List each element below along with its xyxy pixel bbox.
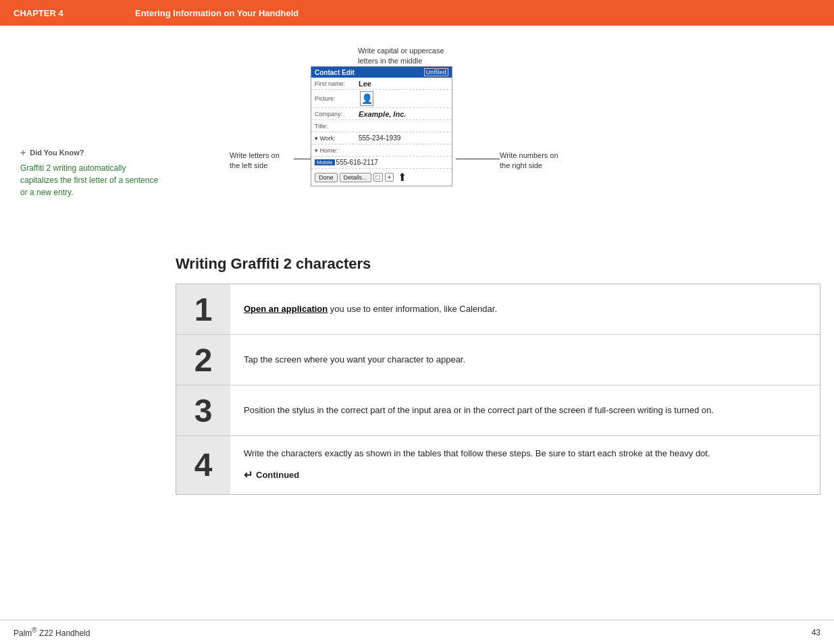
step-row-1: 1 Open an application you use to enter i… [176,284,820,335]
first-name-field: First name: Lee [311,78,452,90]
left-annotation: Write letters on the left side [230,151,280,171]
first-name-label: First name: [315,80,359,87]
diagram-area: Write capital or uppercase letters in th… [176,46,820,235]
step-number-1: 1 [176,284,230,334]
contact-footer: Done Details... □ + ⬆ [311,169,452,186]
picture-label: Picture: [315,95,359,102]
mobile-value: 555-616-2117 [336,159,378,166]
first-name-value: Lee [359,80,371,88]
contact-edit-title: Contact Edit [315,69,355,76]
step-content-1: Open an application you use to enter inf… [230,284,820,334]
right-annotation: Write numbers on the right side [500,151,558,171]
step-row-4: 4 Write the characters exactly as shown … [176,436,820,494]
step-3-text: Position the stylus in the correct part … [244,404,714,417]
chapter-label: CHAPTER 4 [14,8,135,18]
title-field: Title: [311,120,452,132]
footer-brand: Palm® Z22 Handheld [14,626,90,638]
contact-edit-header: Contact Edit Unfiled [311,67,452,78]
dyk-title: Did You Know? [30,149,84,157]
details-button[interactable]: Details... [340,173,371,182]
right-arrow-line [456,159,500,159]
step-content-4: Write the characters exactly as shown in… [230,436,820,494]
dyk-text: Graffiti 2 writing automatically capital… [20,162,162,198]
work-value: 555-234-1939 [359,134,400,142]
step-content-2: Tap the screen where you want your chara… [230,335,820,385]
company-label: Company: [315,111,359,117]
step-row-2: 2 Tap the screen where you want your cha… [176,335,820,385]
add-icon: + [385,173,394,182]
header-bar: CHAPTER 4 Entering Information on Your H… [0,0,834,26]
title-label: Title: [315,123,359,130]
plus-icon: + [20,147,26,158]
work-label: ▾ Work: [315,135,359,142]
picture-box: 👤 [360,91,373,106]
sidebar: + Did You Know? Graffiti 2 writing autom… [14,46,162,495]
dyk-header: + Did You Know? [20,147,162,158]
continued-line: ↵ Continued [244,467,299,483]
top-annotation: Write capital or uppercase letters in th… [358,46,444,67]
company-value: Example, Inc. [359,110,406,118]
scroll-icon: ⬆ [398,171,407,184]
person-icon: 👤 [361,93,373,104]
main-content: + Did You Know? Graffiti 2 writing autom… [0,26,834,508]
section-title: Writing Graffiti 2 characters [176,255,820,273]
company-field: Company: Example, Inc. [311,108,452,120]
page-footer: Palm® Z22 Handheld 43 [0,620,834,644]
step-1-text-after: you use to enter information, like Calen… [328,304,497,314]
picture-field: Picture: 👤 [311,90,452,108]
step-content-3: Position the stylus in the correct part … [230,385,820,435]
chapter-title: Entering Information on Your Handheld [135,8,298,18]
continued-text: Continued [256,468,299,482]
mobile-field: Mobile 555-616-2117 [311,157,452,169]
did-you-know-box: + Did You Know? Graffiti 2 writing autom… [20,147,162,198]
open-application-link[interactable]: Open an application [244,304,328,314]
step-row-3: 3 Position the stylus in the correct par… [176,385,820,436]
step-1-text: Open an application you use to enter inf… [244,302,497,316]
done-button[interactable]: Done [315,173,338,182]
contact-edit-mockup: Contact Edit Unfiled First name: Lee Pic… [311,66,452,186]
continued-arrow-icon: ↵ [244,467,253,483]
right-content: Write capital or uppercase letters in th… [162,46,820,495]
step-2-text: Tap the screen where you want your chara… [244,353,465,367]
step-number-3: 3 [176,385,230,435]
left-arrow-line [294,159,311,159]
step-4-text: Write the characters exactly as shown in… [244,447,710,460]
work-field: ▾ Work: 555-234-1939 [311,132,452,144]
home-field: ▾ Home: [311,144,452,157]
home-label: ▾ Home: [315,147,359,154]
steps-table: 1 Open an application you use to enter i… [176,284,820,495]
step-number-4: 4 [176,436,230,494]
contact-edit-box: Contact Edit Unfiled First name: Lee Pic… [311,66,452,186]
mobile-badge: Mobile [315,159,335,165]
step-number-2: 2 [176,335,230,385]
footer-page-number: 43 [812,628,820,637]
copy-icon: □ [373,173,383,182]
unfiled-label: Unfiled [424,68,449,76]
